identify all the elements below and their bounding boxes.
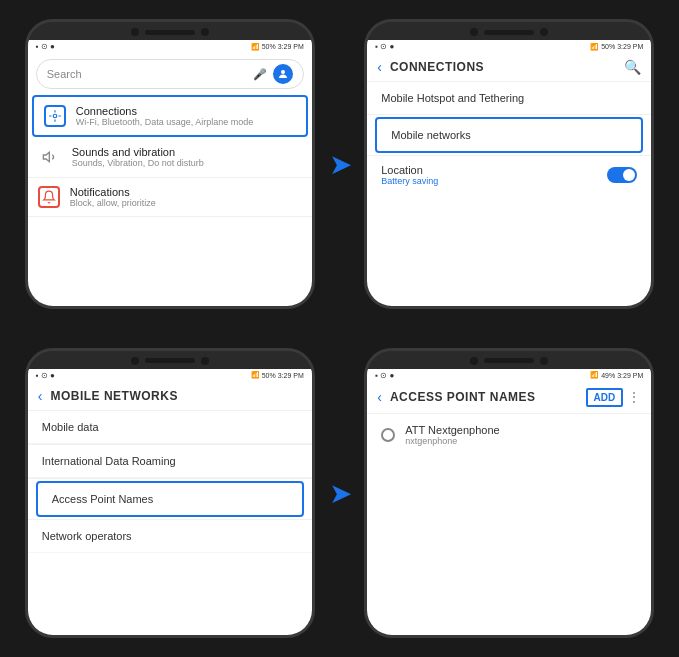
back-button-4[interactable]: ‹ [377, 389, 382, 405]
att-apn-item[interactable]: ATT Nextgenphone nxtgenphone [367, 414, 651, 456]
back-button-2[interactable]: ‹ [377, 59, 382, 75]
screen-2: ▪ ⊙ ● 📶 50% 3:29 PM ‹ CONNECTIONS 🔍 Mobi… [367, 40, 651, 306]
back-button-3[interactable]: ‹ [38, 388, 43, 404]
screen-1: ▪ ⊙ ● 📶 50% 3:29 PM Search 🎤 [28, 40, 312, 306]
time-1: 3:29 PM [278, 43, 304, 50]
connections-text: Connections Wi-Fi, Bluetooth, Data usage… [76, 105, 254, 127]
status-left-3: ▪ ⊙ ● [36, 371, 55, 380]
camera-2 [201, 28, 209, 36]
location-sub: Battery saving [381, 176, 607, 186]
mic-icon[interactable]: 🎤 [253, 68, 267, 81]
notifications-subtitle: Block, allow, prioritize [70, 198, 156, 208]
screen-3: ▪ ⊙ ● 📶 50% 3:29 PM ‹ MOBILE NETWORKS Mo… [28, 369, 312, 635]
phone-1: ▪ ⊙ ● 📶 50% 3:29 PM Search 🎤 [25, 19, 315, 309]
status-bar-3: ▪ ⊙ ● 📶 50% 3:29 PM [28, 369, 312, 382]
status-right-2: 📶 50% 3:29 PM [590, 43, 643, 51]
speaker-1 [145, 30, 195, 35]
phone-2: ▪ ⊙ ● 📶 50% 3:29 PM ‹ CONNECTIONS 🔍 Mobi… [364, 19, 654, 309]
notifications-title: Notifications [70, 186, 156, 198]
divider-2 [367, 114, 651, 115]
sounds-subtitle: Sounds, Vibration, Do not disturb [72, 158, 204, 168]
quadrant-2: ▪ ⊙ ● 📶 50% 3:29 PM ‹ CONNECTIONS 🔍 Mobi… [340, 0, 680, 329]
hotspot-label: Mobile Hotspot and Tethering [381, 92, 637, 104]
hotspot-item[interactable]: Mobile Hotspot and Tethering [367, 82, 651, 114]
status-bar-1: ▪ ⊙ ● 📶 50% 3:29 PM [28, 40, 312, 53]
mobile-networks-nav: ‹ MOBILE NETWORKS [28, 382, 312, 410]
screen-content-1: Search 🎤 Connections Wi-Fi, Bluetooth, D… [28, 53, 312, 306]
battery-3: 50% [262, 372, 276, 379]
apn-item[interactable]: Access Point Names [36, 481, 304, 517]
notifications-text: Notifications Block, allow, prioritize [70, 186, 156, 208]
status-right-4: 📶 49% 3:29 PM [590, 371, 643, 379]
camera-8 [540, 357, 548, 365]
user-avatar[interactable] [273, 64, 293, 84]
apn-radio-button[interactable] [381, 428, 395, 442]
status-right-3: 📶 50% 3:29 PM [251, 371, 304, 379]
search-icon-2[interactable]: 🔍 [624, 59, 641, 75]
quadrant-3: ▪ ⊙ ● 📶 50% 3:29 PM ‹ MOBILE NETWORKS Mo… [0, 329, 340, 658]
camera-6 [201, 357, 209, 365]
more-options-icon[interactable]: ⋮ [627, 389, 641, 405]
status-icons-2: ▪ ⊙ ● [375, 42, 394, 51]
search-bar[interactable]: Search 🎤 [36, 59, 304, 89]
status-icons-4: ▪ ⊙ ● [375, 371, 394, 380]
sounds-title: Sounds and vibration [72, 146, 204, 158]
signal-2: 📶 [590, 43, 599, 51]
camera-3 [470, 28, 478, 36]
location-text: Location Battery saving [381, 164, 607, 186]
menu-item-connections[interactable]: Connections Wi-Fi, Bluetooth, Data usage… [32, 95, 308, 137]
status-icons-1: ▪ ⊙ ● [36, 42, 55, 51]
connections-icon [44, 105, 66, 127]
camera-4 [540, 28, 548, 36]
time-3: 3:29 PM [278, 372, 304, 379]
apn-details: ATT Nextgenphone nxtgenphone [405, 424, 499, 446]
sounds-icon [38, 145, 62, 169]
status-right-1: 📶 50% 3:29 PM [251, 43, 304, 51]
mobile-networks-label: Mobile networks [391, 129, 627, 141]
status-bar-4: ▪ ⊙ ● 📶 49% 3:29 PM [367, 369, 651, 382]
mobile-networks-header-title: MOBILE NETWORKS [50, 389, 301, 403]
apn-header-title: ACCESS POINT NAMES [390, 390, 586, 404]
signal-4: 📶 [590, 371, 599, 379]
phone-top-bar-3 [28, 351, 312, 369]
signal-1: 📶 [251, 43, 260, 51]
quadrant-1: ▪ ⊙ ● 📶 50% 3:29 PM Search 🎤 [0, 0, 340, 329]
apn-sub: nxtgenphone [405, 436, 499, 446]
signal-3: 📶 [251, 371, 260, 379]
battery-2: 50% [601, 43, 615, 50]
intl-roaming-item[interactable]: International Data Roaming [28, 445, 312, 478]
connections-nav: ‹ CONNECTIONS 🔍 [367, 53, 651, 81]
location-toggle[interactable] [607, 167, 637, 183]
time-4: 3:29 PM [617, 372, 643, 379]
phone-top-bar-1 [28, 22, 312, 40]
time-2: 3:29 PM [617, 43, 643, 50]
status-icons-3: ▪ ⊙ ● [36, 371, 55, 380]
network-operators-item[interactable]: Network operators [28, 520, 312, 553]
battery-1: 50% [262, 43, 276, 50]
status-bar-2: ▪ ⊙ ● 📶 50% 3:29 PM [367, 40, 651, 53]
phone-top-bar-2 [367, 22, 651, 40]
camera-5 [131, 357, 139, 365]
svg-point-0 [281, 70, 285, 74]
menu-item-notifications[interactable]: Notifications Block, allow, prioritize [28, 178, 312, 217]
status-left-4: ▪ ⊙ ● [375, 371, 394, 380]
apn-name: ATT Nextgenphone [405, 424, 499, 436]
apn-nav: ‹ ACCESS POINT NAMES ADD ⋮ [367, 382, 651, 413]
connections-header-title: CONNECTIONS [390, 60, 624, 74]
speaker-3 [145, 358, 195, 363]
divider-6 [28, 478, 312, 479]
speaker-4 [484, 358, 534, 363]
svg-marker-2 [43, 153, 49, 162]
phone-3: ▪ ⊙ ● 📶 50% 3:29 PM ‹ MOBILE NETWORKS Mo… [25, 348, 315, 638]
mobile-networks-item[interactable]: Mobile networks [375, 117, 643, 153]
menu-item-sounds[interactable]: Sounds and vibration Sounds, Vibration, … [28, 137, 312, 178]
camera-7 [470, 357, 478, 365]
connections-title: Connections [76, 105, 254, 117]
search-placeholder: Search [47, 68, 253, 80]
connections-subtitle: Wi-Fi, Bluetooth, Data usage, Airplane m… [76, 117, 254, 127]
add-apn-button[interactable]: ADD [586, 388, 624, 407]
mobile-data-item[interactable]: Mobile data [28, 411, 312, 444]
notifications-icon [38, 186, 60, 208]
speaker-2 [484, 30, 534, 35]
location-row[interactable]: Location Battery saving [367, 156, 651, 194]
